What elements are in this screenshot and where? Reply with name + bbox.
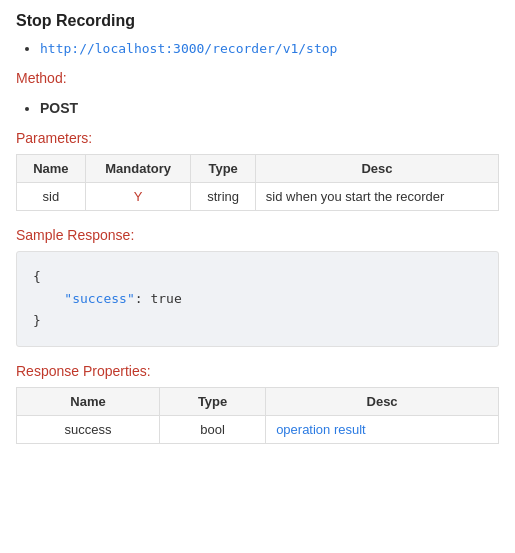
resp-desc: operation result	[266, 416, 499, 444]
url-list: http://localhost:3000/recorder/v1/stop	[16, 40, 499, 56]
response-table: Name Type Desc success bool operation re…	[16, 387, 499, 444]
param-type: string	[191, 183, 255, 211]
params-table: Name Mandatory Type Desc sid Y string si…	[16, 154, 499, 211]
param-name: sid	[17, 183, 86, 211]
page-title: Stop Recording	[16, 12, 499, 30]
resp-col-type: Type	[160, 388, 266, 416]
sample-label: Sample Response:	[16, 227, 499, 243]
resp-col-name: Name	[17, 388, 160, 416]
endpoint-url[interactable]: http://localhost:3000/recorder/v1/stop	[40, 41, 337, 56]
code-key: "success"	[64, 291, 134, 306]
col-name: Name	[17, 155, 86, 183]
method-list: POST	[16, 100, 499, 116]
param-desc: sid when you start the recorder	[255, 183, 498, 211]
method-label: Method:	[16, 70, 499, 86]
http-method: POST	[40, 100, 78, 116]
code-line-3: }	[33, 310, 482, 332]
response-label: Response Properties:	[16, 363, 499, 379]
code-line-1: {	[33, 266, 482, 288]
param-mandatory: Y	[85, 183, 191, 211]
response-table-header-row: Name Type Desc	[17, 388, 499, 416]
params-label: Parameters:	[16, 130, 499, 146]
resp-type: bool	[160, 416, 266, 444]
params-table-header-row: Name Mandatory Type Desc	[17, 155, 499, 183]
col-type: Type	[191, 155, 255, 183]
resp-name: success	[17, 416, 160, 444]
code-line-2: "success": true	[33, 288, 482, 310]
code-block: { "success": true }	[16, 251, 499, 347]
col-mandatory: Mandatory	[85, 155, 191, 183]
table-row: sid Y string sid when you start the reco…	[17, 183, 499, 211]
resp-desc-text: operation result	[276, 422, 366, 437]
col-desc: Desc	[255, 155, 498, 183]
resp-col-desc: Desc	[266, 388, 499, 416]
table-row: success bool operation result	[17, 416, 499, 444]
